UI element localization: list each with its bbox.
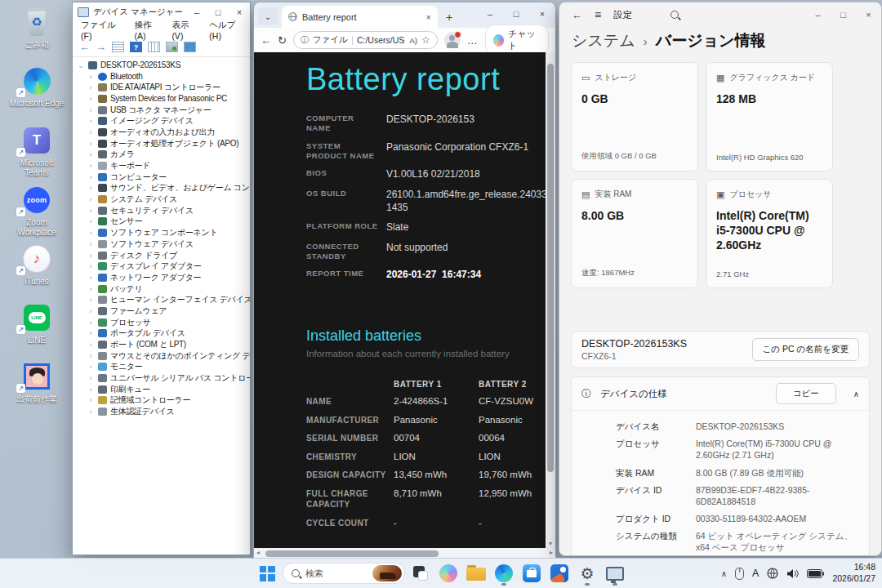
device-tree-item[interactable]: › プロセッサ [75,317,250,328]
clock[interactable]: 16:48 2026/01/27 [832,562,875,584]
desktop-icon-line[interactable]: LINE↗ LINE [8,302,65,345]
expander-icon[interactable]: › [87,262,95,270]
remote-computer-icon[interactable] [184,42,196,52]
expander-icon[interactable]: › [87,217,95,225]
minimize-button[interactable]: – [805,2,831,27]
tab-close-icon[interactable]: × [426,12,431,22]
device-tree-item[interactable]: › USB コネクタ マネージャー [75,105,250,116]
back-icon[interactable]: ← [261,34,271,47]
refresh-icon[interactable]: ↻ [278,34,287,47]
device-tree-item[interactable]: › 生体認証デバイス [75,406,250,417]
device-tree-item[interactable]: › コンピューター [75,172,250,183]
profile-avatar[interactable] [444,32,461,48]
expander-icon[interactable]: › [87,240,95,248]
device-tree-item[interactable]: › ソフトウェア デバイス [75,238,250,250]
scroll-right-icon[interactable]: ▸ [550,549,553,556]
expander-icon[interactable]: › [87,162,95,170]
expander-icon[interactable]: › [87,374,95,382]
help-icon[interactable]: ? [130,42,142,52]
menu-item[interactable]: ファイル(F) [75,20,128,41]
expander-icon[interactable]: › [87,128,95,136]
expander-icon[interactable]: › [87,363,95,371]
taskbar-search[interactable]: 検索 [283,563,405,584]
scroll-down-icon[interactable]: ▾ [546,540,555,547]
expander-icon[interactable]: › [87,106,95,114]
device-tree-item[interactable]: › ポータブル デバイス [75,328,250,340]
device-tree-item[interactable]: › IDE ATA/ATAPI コントローラー [75,82,250,93]
device-tree-item[interactable]: ⌄ DESKTOP-2026153KS [75,60,250,71]
device-tree-item[interactable]: › 印刷キュー [75,384,250,395]
scroll-left-icon[interactable]: ◂ [256,549,260,556]
device-tree-item[interactable]: › ファームウェア [75,305,250,317]
expander-icon[interactable]: › [87,184,95,192]
copilot-chat-button[interactable]: チャット [485,24,549,56]
device-tree-item[interactable]: › ユニバーサル シリアル バス コントローラー [75,372,250,384]
expander-icon[interactable]: › [87,195,95,203]
scan-hardware-icon[interactable] [166,42,178,52]
more-menu-icon[interactable]: … [467,34,479,47]
copilot-button[interactable] [436,561,461,586]
ime-indicator[interactable]: A [752,568,759,579]
device-tree-item[interactable]: › マウスとそのほかのポインティング デバイス [75,350,250,362]
expander-icon[interactable]: › [87,140,95,148]
close-button[interactable]: × [529,2,555,25]
desktop-icon-itunes[interactable]: ♪↗ iTunes [8,243,65,287]
close-button[interactable]: × [856,2,881,27]
device-tree-item[interactable]: › ポート (COM と LPT) [75,339,250,350]
expander-icon[interactable]: › [87,252,95,260]
device-tree-item[interactable]: › ネットワーク アダプター [75,272,250,283]
hamburger-menu-icon[interactable]: ≡ [595,8,601,21]
volume-icon[interactable] [786,568,799,579]
device-manager-button[interactable] [603,561,627,586]
expander-icon[interactable]: › [87,73,95,81]
device-tree-item[interactable]: › System Devices for Panasonic PC [75,93,250,105]
device-tree-item[interactable]: › ディスプレイ アダプター [75,261,250,272]
address-bar[interactable]: ⓘ ファイル C:/Users/USER/... A) ☆ [293,31,438,49]
device-tree-item[interactable]: › サウンド、ビデオ、およびゲーム コントローラー [75,183,250,194]
expander-icon[interactable]: › [87,408,95,416]
start-button[interactable] [255,561,279,586]
browser-tab[interactable]: Battery report × [282,6,438,28]
minimize-button[interactable]: – [477,2,503,25]
expander-icon[interactable]: › [87,296,95,304]
device-tree-item[interactable]: › センサー [75,216,250,228]
copy-button[interactable]: コピー [776,383,836,404]
search-icon[interactable] [670,11,679,19]
store-button[interactable] [519,561,544,586]
device-tree-item[interactable]: › 記憶域コントローラー [75,395,250,407]
expander-icon[interactable]: › [87,207,95,215]
breadcrumb-system[interactable]: システム [572,30,635,51]
expander-icon[interactable]: › [87,307,95,315]
expander-icon[interactable]: › [87,117,95,125]
device-tree-item[interactable]: › オーディオ処理オブジェクト (APO) [75,138,250,149]
file-explorer-button[interactable] [464,561,488,586]
network-globe-icon[interactable] [767,568,778,579]
device-spec-header[interactable]: ⓘ デバイスの仕様 コピー ∧ [572,377,869,410]
expander-icon[interactable]: › [87,385,95,394]
forward-icon[interactable]: → [96,42,106,52]
rename-pc-button[interactable]: この PC の名前を変更 [752,338,859,361]
device-tree-item[interactable]: › ヒューマン インターフェイス デバイス [75,294,250,305]
task-view-button[interactable] [408,561,433,586]
hidden-icons-chevron[interactable]: ∧ [721,569,727,578]
maximize-button[interactable]: □ [503,2,529,25]
menu-item[interactable]: 操作(A) [128,20,166,41]
new-tab-button[interactable]: + [446,11,452,23]
scrollbar-thumb[interactable] [265,550,439,557]
device-tree-item[interactable]: › ソフトウェア コンポーネント [75,227,250,238]
maximize-button[interactable]: □ [831,2,856,27]
desktop-icon-recycle-bin[interactable]: ♻ ごみ箱 [8,7,65,50]
desktop-icon-edge[interactable]: ↗ Microsoft Edge [8,65,65,109]
desktop-icon-teams[interactable]: T↗ Microsoft Teams [8,125,65,177]
scrollbar-thumb[interactable] [547,64,554,472]
expander-icon[interactable]: › [87,173,95,181]
tab-search-dropdown-icon[interactable]: ⌄ [258,8,278,24]
edge-button[interactable] [492,561,516,586]
settings-button[interactable]: ⚙ [575,561,599,586]
device-tree-item[interactable]: › オーディオの入力および出力 [75,127,250,138]
desktop-icon-zoom[interactable]: zoom↗ Zoom Workplace [8,185,65,237]
back-icon[interactable]: ← [79,42,90,52]
paint-button[interactable] [547,561,572,586]
expander-icon[interactable]: ⌄ [77,61,85,69]
expander-icon[interactable]: › [87,95,95,103]
